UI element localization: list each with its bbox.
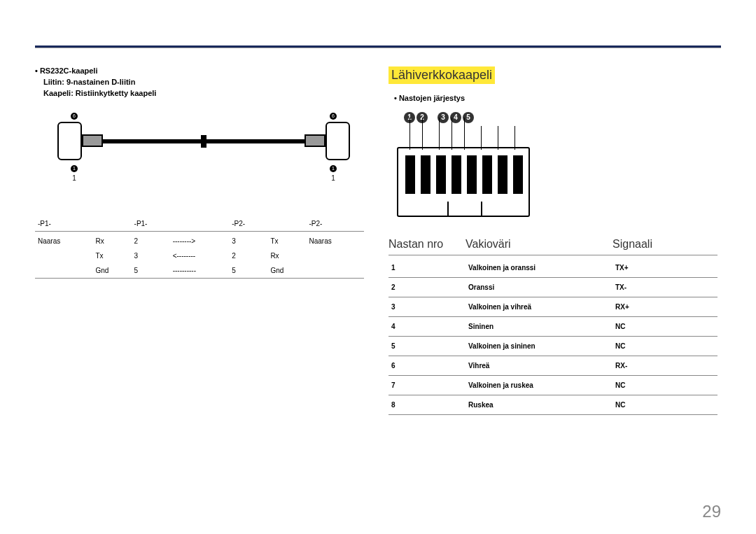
lan-cable-title: Lähiverkkokaapeli [388, 66, 495, 84]
rj45-pin [421, 155, 430, 194]
table-row: 6VihreäRX- [388, 356, 718, 376]
table-row: 3Valkoinen ja vihreäRX+ [388, 297, 718, 317]
wire [481, 126, 482, 150]
wire [498, 126, 498, 150]
pin-order-label: Nastojen järjestys [394, 94, 718, 102]
lan-pinout-table: 1Valkoinen ja oranssiTX+ 2OranssiTX- 3Va… [388, 258, 718, 415]
th-p2a: -P2- [229, 216, 267, 232]
connector-right [326, 122, 350, 160]
rj45-pin [451, 155, 461, 194]
pinout-table: -P1- -P1- -P2- -P2- Naaras Rx 2 --------… [35, 216, 364, 279]
hdr-signal: Signaali [612, 238, 718, 251]
table-row: 5Valkoinen ja sininenNC [388, 337, 718, 356]
left-column: RS232C-kaapeli Liitin: 9-nastainen D-lii… [35, 66, 364, 279]
serial-cable-diagram: 6 1 1 6 1 1 [43, 111, 364, 195]
hdr-color: Vakioväri [465, 238, 612, 251]
rj45-pin [467, 155, 477, 194]
table-row: 7Valkoinen ja ruskeaNC [388, 376, 718, 395]
pin1-right-circ: 1 [329, 164, 337, 172]
rj45-clip [447, 202, 482, 217]
right-column: Lähiverkkokaapeli Nastojen järjestys 1 2… [388, 66, 718, 415]
rj45-body [397, 147, 530, 217]
connector-line: Liitin: 9-nastainen D-liitin [43, 78, 364, 86]
face-right [304, 134, 326, 147]
pin6-right: 6 [329, 111, 337, 120]
lan-table-header: Nastan nro Vakioväri Signaali [388, 238, 718, 255]
rj45-pin [513, 155, 523, 194]
table-row: Tx 3 <-------- 2 Rx [35, 248, 364, 263]
th-p1a: -P1- [35, 216, 92, 232]
wire [422, 118, 423, 150]
table-row: 4SininenNC [388, 317, 718, 337]
page-number: 29 [702, 502, 721, 521]
rj45-pin [405, 155, 415, 194]
wire [410, 118, 410, 150]
cable-line: Kaapeli: Ristiinkytketty kaapeli [43, 89, 364, 97]
rj45-pin [436, 155, 446, 194]
table-row: Naaras Rx 2 --------> 3 Tx Naaras [35, 232, 364, 249]
header-rule [35, 45, 721, 48]
connector-left [57, 122, 82, 160]
pin1-left-txt: 1 [70, 174, 78, 183]
table-row: 1Valkoinen ja oranssiTX+ [388, 258, 718, 278]
table-row: 8RuskeaNC [388, 395, 718, 415]
pin1-right-txt: 1 [329, 174, 337, 183]
th-p2b: -P2- [307, 216, 365, 232]
rj45-diagram: 1 2 3 4 5 [397, 112, 718, 217]
face-left [82, 134, 103, 147]
wire [514, 126, 515, 150]
th-p1b: -P1- [132, 216, 170, 232]
pin6-left: 6 [70, 111, 78, 120]
pin1-left-circ: 1 [70, 164, 78, 172]
rj45-pin [482, 155, 492, 194]
rs232c-title: RS232C-kaapeli [35, 66, 364, 75]
wire [464, 118, 465, 150]
rj45-pin [498, 155, 507, 194]
ferrite [201, 135, 206, 148]
hdr-pin: Nastan nro [388, 238, 465, 251]
wire [451, 118, 452, 150]
table-row: Gnd 5 ---------- 5 Gnd [35, 263, 364, 279]
wire [439, 118, 440, 150]
table-row: 2OranssiTX- [388, 278, 718, 297]
